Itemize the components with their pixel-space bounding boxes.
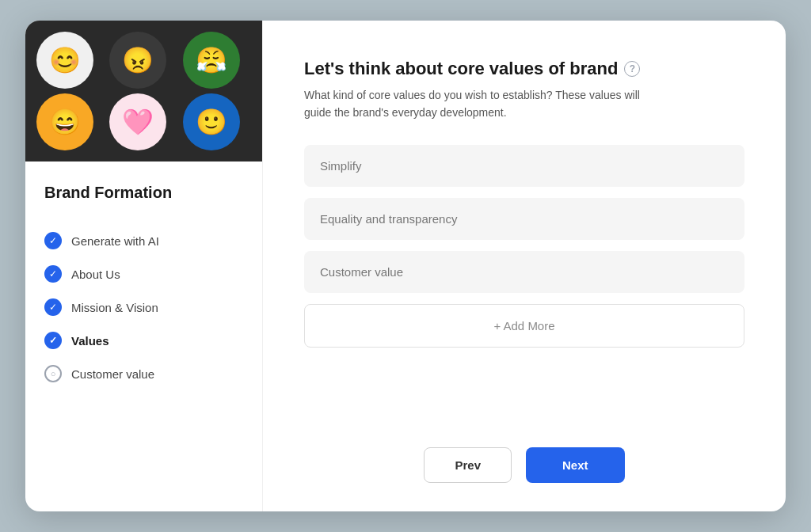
sidebar-item-about[interactable]: ✓ About Us (44, 257, 243, 291)
avatar-1: 😊 (36, 32, 93, 89)
value-input-3[interactable] (304, 251, 744, 293)
main-content: Let's think about core values of brand ?… (263, 21, 786, 511)
check-icon-about: ✓ (44, 265, 62, 283)
check-icon-generate: ✓ (44, 232, 62, 249)
sidebar-label-mission: Mission & Vision (71, 301, 158, 314)
avatar-3: 😤 (183, 32, 240, 89)
add-more-button[interactable]: + Add More (304, 304, 744, 348)
sidebar-item-generate[interactable]: ✓ Generate with AI (44, 224, 243, 257)
avatar-grid: 😊 😠 😤 😄 🩷 🙂 (25, 21, 262, 162)
sidebar-label-about: About Us (71, 268, 120, 281)
sidebar-item-customer[interactable]: ○ Customer value (44, 357, 243, 390)
check-icon-customer: ○ (44, 365, 62, 382)
page-title: Let's think about core values of brand ? (304, 59, 744, 79)
help-icon[interactable]: ? (624, 61, 640, 77)
avatar-4: 😄 (36, 93, 93, 150)
next-button[interactable]: Next (526, 447, 625, 483)
brand-title: Brand Formation (44, 184, 243, 202)
avatar-6: 🙂 (183, 93, 240, 150)
footer-actions: Prev Next (304, 447, 744, 483)
value-input-1[interactable] (304, 145, 744, 187)
sidebar-label-generate: Generate with AI (71, 234, 159, 248)
avatar-2: 😠 (109, 32, 166, 89)
title-text: Let's think about core values of brand (304, 59, 618, 79)
sidebar-item-values[interactable]: ✓ Values (44, 324, 243, 357)
sidebar-item-mission[interactable]: ✓ Mission & Vision (44, 291, 243, 324)
page-description: What kind of core values do you wish to … (304, 87, 653, 121)
value-input-2[interactable] (304, 198, 744, 240)
modal-container: 😊 😠 😤 😄 🩷 🙂 Brand Formation ✓ Generate w… (25, 21, 786, 511)
sidebar-label-values: Values (71, 334, 109, 348)
check-icon-values: ✓ (44, 332, 62, 349)
sidebar-content: Brand Formation ✓ Generate with AI ✓ Abo… (25, 162, 262, 511)
check-icon-mission: ✓ (44, 298, 62, 316)
sidebar-label-customer: Customer value (71, 367, 154, 381)
avatar-5: 🩷 (109, 93, 166, 150)
prev-button[interactable]: Prev (424, 447, 512, 483)
sidebar: 😊 😠 😤 😄 🩷 🙂 Brand Formation ✓ Generate w… (25, 21, 263, 511)
